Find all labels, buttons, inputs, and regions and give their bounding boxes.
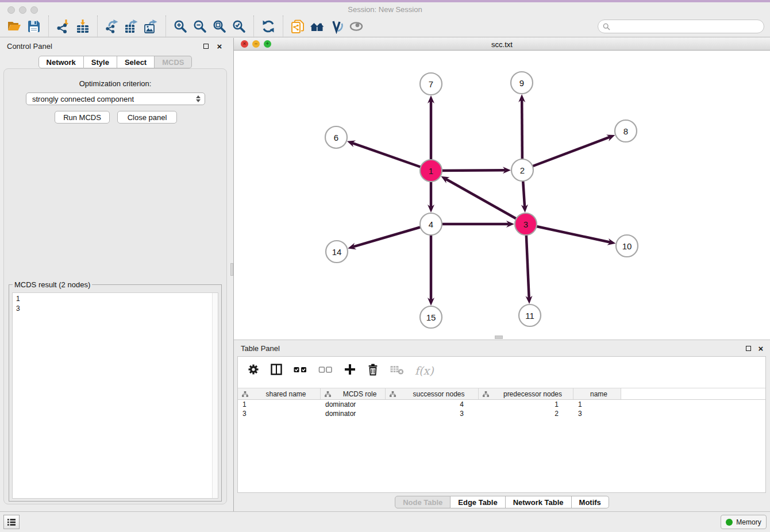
export-table-button[interactable]: [122, 18, 141, 35]
zoom-selected-button[interactable]: [229, 18, 249, 35]
import-network-button[interactable]: [53, 18, 73, 35]
home-networks-icon: [310, 19, 325, 34]
graph-node-2[interactable]: 2: [511, 159, 533, 181]
node-table-container: f(x) shared nameMCDS rolesuccessor nodes…: [237, 356, 766, 493]
zoom-in-button[interactable]: [171, 18, 190, 35]
cell-name[interactable]: 1: [573, 400, 621, 409]
function-builder-button[interactable]: f(x): [415, 364, 434, 377]
graph-edge-1-6[interactable]: [347, 141, 431, 171]
graph-node-1[interactable]: 1: [420, 160, 442, 182]
zoom-fit-button[interactable]: [210, 18, 229, 35]
mcds-result-title: MCDS result (2 nodes): [13, 280, 92, 289]
graph-node-9[interactable]: 9: [511, 72, 533, 94]
cell-successor-nodes[interactable]: 3: [386, 409, 479, 418]
tab-edge-table[interactable]: Edge Table: [451, 496, 505, 508]
search-input[interactable]: [613, 22, 764, 32]
new-network-from-selection-button[interactable]: [288, 18, 307, 35]
column-header-successor-nodes[interactable]: successor nodes: [386, 388, 479, 399]
select-all-button[interactable]: [293, 363, 308, 378]
memory-button[interactable]: Memory: [721, 515, 767, 529]
control-panel-close-button[interactable]: ×: [215, 42, 224, 50]
close-panel-button[interactable]: Close panel: [117, 111, 177, 124]
mcds-result-list: 1 3: [12, 292, 218, 499]
svg-text:2: 2: [520, 165, 525, 175]
column-header-predecessor-nodes[interactable]: predecessor nodes: [479, 388, 573, 399]
tab-motifs[interactable]: Motifs: [572, 496, 609, 508]
column-header-name[interactable]: name: [573, 388, 621, 399]
zoom-out-icon: [192, 19, 207, 34]
tab-network-table[interactable]: Network Table: [506, 496, 572, 508]
export-image-button[interactable]: [141, 18, 161, 35]
cell-successor-nodes[interactable]: 4: [386, 400, 479, 409]
task-history-button[interactable]: [3, 515, 20, 529]
cell-name[interactable]: 3: [573, 409, 621, 418]
graph-edge-3-10[interactable]: [526, 224, 615, 245]
tab-network[interactable]: Network: [38, 56, 84, 68]
graphics-details-button[interactable]: [327, 18, 346, 35]
float-icon: [746, 346, 751, 351]
delete-table-button[interactable]: [390, 363, 405, 378]
tab-select[interactable]: Select: [117, 56, 155, 68]
graph-edge-3-1[interactable]: [441, 176, 526, 224]
svg-text:3: 3: [523, 219, 528, 229]
zoom-out-button[interactable]: [190, 18, 210, 35]
export-network-icon: [105, 19, 120, 34]
control-panel-float-button[interactable]: [202, 42, 210, 50]
criterion-select[interactable]: strongly connected component: [26, 92, 205, 105]
tab-node-table[interactable]: Node Table: [395, 496, 451, 508]
graph-node-10[interactable]: 10: [616, 235, 638, 257]
table-panel-title: Table Panel: [241, 344, 280, 353]
graph-node-6[interactable]: 6: [325, 126, 347, 148]
deselect-all-button[interactable]: [318, 363, 333, 378]
export-network-button[interactable]: [102, 18, 122, 35]
graph-edge-4-14[interactable]: [348, 224, 431, 249]
graph-node-11[interactable]: 11: [519, 304, 541, 326]
import-table-button[interactable]: [73, 18, 93, 35]
open-file-button[interactable]: [5, 18, 24, 35]
table-panel-close-button[interactable]: ×: [757, 344, 765, 352]
control-panel-tabs: NetworkStyleSelectMCDS: [0, 56, 230, 68]
result-scrollbar[interactable]: [212, 293, 218, 498]
table-panel-float-button[interactable]: [744, 344, 752, 352]
graph-node-14[interactable]: 14: [326, 241, 348, 263]
search-box[interactable]: [598, 20, 764, 33]
criterion-value: strongly connected component: [32, 95, 134, 103]
graph-edge-4-15[interactable]: [428, 224, 434, 306]
delete-button[interactable]: [367, 363, 379, 378]
gear-button[interactable]: [247, 363, 260, 378]
graph-node-8[interactable]: 8: [615, 120, 637, 142]
cell-shared-name[interactable]: 3: [238, 409, 321, 418]
graph-edge-1-2[interactable]: [431, 167, 511, 174]
column-header-shared-name[interactable]: shared name: [238, 388, 321, 399]
add-column-button[interactable]: [344, 363, 356, 378]
save-session-button[interactable]: [24, 18, 44, 35]
cell-shared-name[interactable]: 1: [238, 400, 321, 409]
columns-button[interactable]: [270, 363, 283, 378]
eye-button[interactable]: [346, 18, 366, 35]
graph-node-4[interactable]: 4: [420, 213, 442, 235]
home-networks-button[interactable]: [307, 18, 327, 35]
graph-edge-2-8[interactable]: [522, 134, 615, 170]
graph-edge-4-3[interactable]: [431, 221, 514, 228]
toolbar-divider: [48, 16, 49, 37]
cell-MCDS-role[interactable]: dominator: [321, 400, 386, 409]
table-row[interactable]: 3dominator323: [238, 409, 765, 418]
splitter-grip[interactable]: [230, 263, 233, 276]
cell-MCDS-role[interactable]: dominator: [321, 409, 386, 418]
graph-edge-3-11[interactable]: [526, 224, 533, 304]
network-window-titlebar[interactable]: × − + scc.txt: [234, 38, 770, 51]
tab-style[interactable]: Style: [84, 56, 117, 68]
graph-node-15[interactable]: 15: [420, 306, 442, 328]
cell-predecessor-nodes[interactable]: 2: [479, 409, 573, 418]
column-header-MCDS-role[interactable]: MCDS role: [321, 388, 386, 399]
table-row[interactable]: 1dominator411: [238, 400, 765, 409]
graph-node-3[interactable]: 3: [515, 213, 537, 235]
graph-node-7[interactable]: 7: [420, 73, 442, 95]
canvas-splitter-grip[interactable]: [495, 336, 503, 339]
run-mcds-button[interactable]: Run MCDS: [55, 111, 110, 124]
refresh-layout-button[interactable]: [259, 18, 278, 35]
cell-predecessor-nodes[interactable]: 1: [479, 400, 573, 409]
svg-text:4: 4: [429, 219, 433, 229]
tab-mcds[interactable]: MCDS: [155, 56, 192, 68]
svg-text:9: 9: [519, 78, 524, 88]
